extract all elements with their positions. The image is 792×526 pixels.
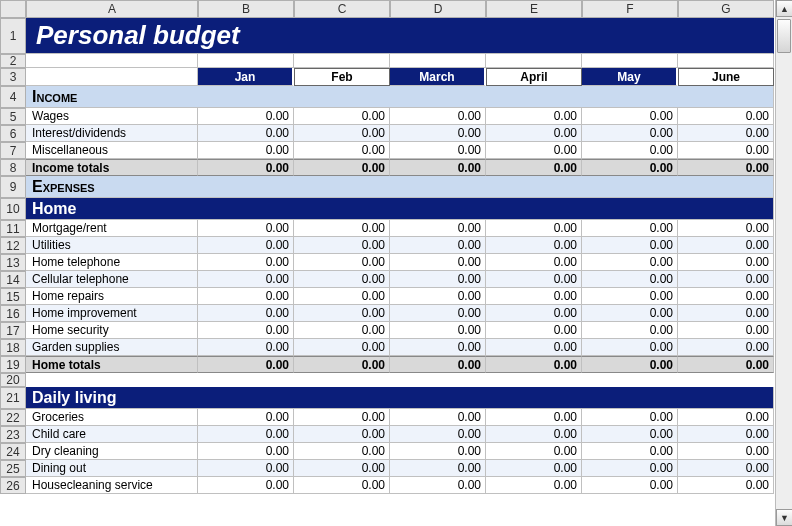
data-cell[interactable]: 0.00	[678, 142, 774, 159]
data-cell[interactable]: 0.00	[582, 460, 678, 477]
row-header-13[interactable]: 13	[0, 254, 26, 271]
row-label[interactable]: Home repairs	[26, 288, 198, 305]
data-cell[interactable]: 0.00	[486, 125, 582, 142]
data-cell[interactable]: 0.00	[390, 322, 486, 339]
select-all-corner[interactable]	[0, 0, 26, 18]
row-label[interactable]: Mortgage/rent	[26, 220, 198, 237]
row-header-12[interactable]: 12	[0, 237, 26, 254]
row-label[interactable]: Utilities	[26, 237, 198, 254]
data-cell[interactable]: 0.00	[678, 108, 774, 125]
data-cell[interactable]: 0.00	[678, 237, 774, 254]
data-cell[interactable]: 0.00	[198, 142, 294, 159]
data-cell[interactable]: 0.00	[294, 125, 390, 142]
row-header-21[interactable]: 21	[0, 387, 26, 409]
row-header-20[interactable]: 20	[0, 373, 26, 387]
row-label[interactable]: Wages	[26, 108, 198, 125]
data-cell[interactable]: 0.00	[486, 460, 582, 477]
data-cell[interactable]: 0.00	[678, 409, 774, 426]
data-cell[interactable]: 0.00	[294, 339, 390, 356]
data-cell[interactable]: 0.00	[486, 254, 582, 271]
row-label[interactable]: Groceries	[26, 409, 198, 426]
data-cell[interactable]: 0.00	[486, 426, 582, 443]
data-cell[interactable]: 0.00	[582, 426, 678, 443]
data-cell[interactable]: 0.00	[678, 426, 774, 443]
data-cell[interactable]: 0.00	[294, 254, 390, 271]
row-label[interactable]: Child care	[26, 426, 198, 443]
data-cell[interactable]: 0.00	[390, 460, 486, 477]
data-cell[interactable]: 0.00	[678, 125, 774, 142]
data-cell[interactable]: 0.00	[678, 443, 774, 460]
column-header-B[interactable]: B	[198, 0, 294, 18]
row-header-14[interactable]: 14	[0, 271, 26, 288]
data-cell[interactable]: 0.00	[198, 322, 294, 339]
data-cell[interactable]: 0.00	[486, 142, 582, 159]
data-cell[interactable]: 0.00	[678, 220, 774, 237]
data-cell[interactable]: 0.00	[294, 237, 390, 254]
data-cell[interactable]: 0.00	[390, 426, 486, 443]
data-cell[interactable]: 0.00	[198, 125, 294, 142]
data-cell[interactable]: 0.00	[582, 409, 678, 426]
data-cell[interactable]: 0.00	[294, 288, 390, 305]
data-cell[interactable]: 0.00	[294, 409, 390, 426]
row-header-10[interactable]: 10	[0, 198, 26, 220]
data-cell[interactable]: 0.00	[486, 237, 582, 254]
data-cell[interactable]: 0.00	[390, 288, 486, 305]
row-label[interactable]: Dry cleaning	[26, 443, 198, 460]
data-cell[interactable]: 0.00	[390, 477, 486, 494]
column-header-D[interactable]: D	[390, 0, 486, 18]
data-cell[interactable]: 0.00	[678, 322, 774, 339]
data-cell[interactable]: 0.00	[582, 443, 678, 460]
data-cell[interactable]: 0.00	[486, 477, 582, 494]
data-cell[interactable]: 0.00	[198, 271, 294, 288]
row-header-15[interactable]: 15	[0, 288, 26, 305]
row-header-11[interactable]: 11	[0, 220, 26, 237]
row-header-22[interactable]: 22	[0, 409, 26, 426]
column-header-C[interactable]: C	[294, 0, 390, 18]
data-cell[interactable]: 0.00	[582, 220, 678, 237]
column-header-F[interactable]: F	[582, 0, 678, 18]
row-header-24[interactable]: 24	[0, 443, 26, 460]
data-cell[interactable]: 0.00	[390, 409, 486, 426]
data-cell[interactable]: 0.00	[390, 125, 486, 142]
row-header-7[interactable]: 7	[0, 142, 26, 159]
data-cell[interactable]: 0.00	[294, 271, 390, 288]
data-cell[interactable]: 0.00	[198, 339, 294, 356]
row-header-3[interactable]: 3	[0, 68, 26, 86]
data-cell[interactable]: 0.00	[198, 460, 294, 477]
data-cell[interactable]: 0.00	[582, 305, 678, 322]
data-cell[interactable]: 0.00	[678, 477, 774, 494]
row-header-26[interactable]: 26	[0, 477, 26, 494]
scroll-down-button[interactable]: ▼	[776, 509, 792, 526]
row-header-4[interactable]: 4	[0, 86, 26, 108]
data-cell[interactable]: 0.00	[678, 288, 774, 305]
row-header-18[interactable]: 18	[0, 339, 26, 356]
data-cell[interactable]: 0.00	[198, 426, 294, 443]
data-cell[interactable]: 0.00	[390, 443, 486, 460]
data-cell[interactable]: 0.00	[486, 288, 582, 305]
data-cell[interactable]: 0.00	[198, 443, 294, 460]
data-cell[interactable]: 0.00	[582, 477, 678, 494]
row-label[interactable]: Home telephone	[26, 254, 198, 271]
row-header-17[interactable]: 17	[0, 322, 26, 339]
data-cell[interactable]: 0.00	[294, 426, 390, 443]
data-cell[interactable]: 0.00	[582, 271, 678, 288]
row-header-6[interactable]: 6	[0, 125, 26, 142]
data-cell[interactable]: 0.00	[678, 305, 774, 322]
data-cell[interactable]: 0.00	[390, 237, 486, 254]
scroll-track[interactable]	[776, 17, 792, 509]
data-cell[interactable]: 0.00	[198, 237, 294, 254]
data-cell[interactable]: 0.00	[486, 305, 582, 322]
data-cell[interactable]: 0.00	[390, 108, 486, 125]
data-cell[interactable]: 0.00	[486, 409, 582, 426]
data-cell[interactable]: 0.00	[294, 460, 390, 477]
data-cell[interactable]: 0.00	[294, 142, 390, 159]
data-cell[interactable]: 0.00	[294, 305, 390, 322]
data-cell[interactable]: 0.00	[198, 477, 294, 494]
row-label[interactable]: Miscellaneous	[26, 142, 198, 159]
row-header-19[interactable]: 19	[0, 356, 26, 373]
data-cell[interactable]: 0.00	[678, 271, 774, 288]
column-header-E[interactable]: E	[486, 0, 582, 18]
row-label[interactable]: Home improvement	[26, 305, 198, 322]
data-cell[interactable]: 0.00	[582, 254, 678, 271]
data-cell[interactable]: 0.00	[678, 339, 774, 356]
